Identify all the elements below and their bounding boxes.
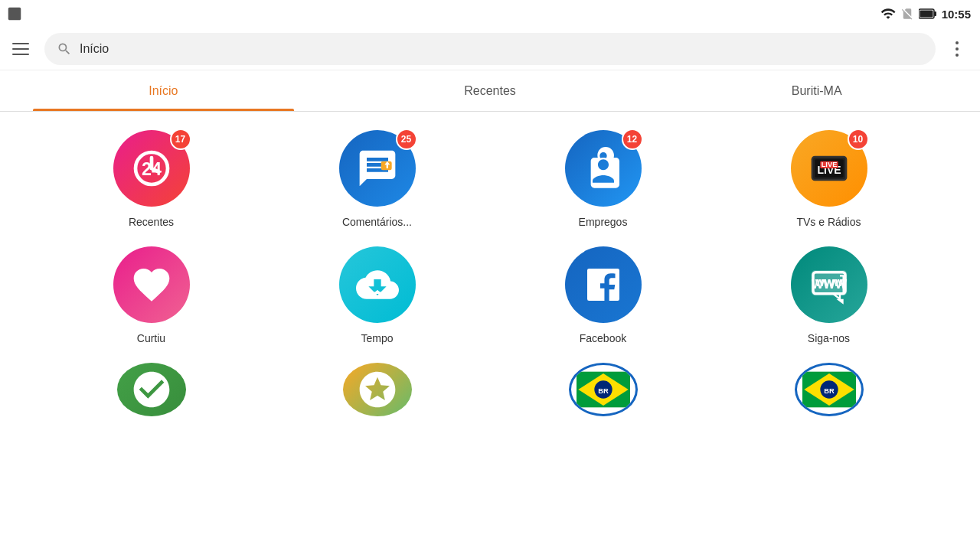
status-left [6,5,23,22]
search-icon [57,41,72,57]
recentes-badge: 17 [170,129,191,150]
photo-icon [6,5,23,22]
siga-icon: WWW WWW [791,246,867,323]
wifi-icon [880,6,896,21]
svg-text:WWW: WWW [815,277,843,289]
tab-inicio[interactable]: Início [0,70,327,111]
time-display: 10:55 [942,8,971,21]
bottom-row: BR BR [0,363,980,424]
tvs-label: TVs e Rádios [796,216,861,228]
siga-label: Siga-nos [808,332,850,344]
tempo-label: Tempo [361,332,393,344]
search-bar[interactable]: Início [44,33,936,65]
partial-icon-1 [117,363,186,416]
app-comentarios[interactable]: 25 Comentários... [272,130,482,228]
app-curtiu[interactable]: Curtiu [46,246,256,344]
menu-button[interactable] [9,35,37,63]
top-bar: Início [0,28,980,70]
tempo-icon [339,246,416,323]
status-right: 10:55 [880,6,971,21]
tvs-badge: 10 [848,129,869,150]
tab-bar: Início Recentes Buriti-MA [0,70,980,112]
status-bar: 10:55 [0,0,980,28]
empregos-label: Empregos [579,216,628,228]
svg-marker-16 [836,299,843,305]
facebook-icon [565,246,642,323]
app-facebook[interactable]: Facebook [498,246,708,344]
curtiu-label: Curtiu [137,332,165,344]
svg-text:BR: BR [824,387,835,395]
more-options-button[interactable] [943,35,971,63]
empregos-badge: 12 [622,129,643,150]
app-siga[interactable]: WWW WWW Siga-nos [724,246,934,344]
battery-icon [919,7,937,21]
comentarios-badge: 25 [396,129,417,150]
tab-buriti[interactable]: Buriti-MA [653,70,980,111]
search-placeholder: Início [80,42,109,56]
svg-rect-1 [934,11,936,16]
curtiu-icon [113,246,190,323]
app-partial-4[interactable]: BR [724,363,934,416]
app-tvs[interactable]: LIVE LIVE 10 TVs e Rádios [724,130,934,228]
app-partial-2[interactable] [272,363,482,416]
app-tempo[interactable]: Tempo [272,246,482,344]
app-grid: 24 17 Recentes 25 Comentários... [0,112,980,363]
no-sim-icon [900,7,914,21]
partial-icon-4: BR [795,363,864,416]
svg-rect-2 [920,11,933,18]
tab-recentes[interactable]: Recentes [327,70,654,111]
facebook-label: Facebook [580,332,626,344]
svg-text:BR: BR [598,387,609,395]
app-partial-1[interactable] [46,363,256,416]
app-empregos[interactable]: 12 Empregos [498,130,708,228]
comentarios-label: Comentários... [342,216,412,228]
app-partial-3[interactable]: BR [498,363,708,416]
partial-icon-2 [343,363,412,416]
recentes-label: Recentes [129,216,174,228]
svg-text:LIVE: LIVE [821,161,837,168]
partial-icon-3: BR [569,363,638,416]
app-recentes[interactable]: 24 17 Recentes [46,130,256,228]
